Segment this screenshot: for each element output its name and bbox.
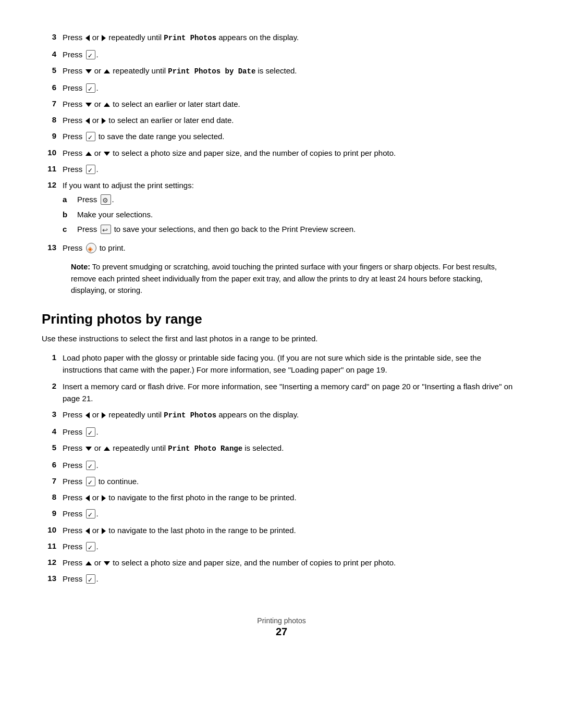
s2-step-1: 1 Load photo paper with the glossy or pr… bbox=[42, 352, 521, 376]
sub-label-b: b bbox=[63, 208, 77, 220]
note-box: Note: To prevent smudging or scratching,… bbox=[69, 261, 511, 296]
s2-step-num-12: 12 bbox=[42, 557, 63, 569]
check-icon bbox=[86, 477, 95, 486]
sub-content-b: Make your selections. bbox=[77, 208, 153, 220]
section2-heading: Printing photos by range bbox=[42, 311, 521, 327]
s2-step-num-1: 1 bbox=[42, 352, 63, 364]
back-icon bbox=[101, 225, 111, 234]
check-icon bbox=[86, 132, 95, 141]
right-arrow-icon bbox=[102, 495, 106, 501]
s2-step-11: 11 Press . bbox=[42, 540, 521, 552]
up-arrow-icon bbox=[104, 103, 110, 107]
sub-label-a: a bbox=[63, 193, 77, 205]
s2-step-num-3: 3 bbox=[42, 409, 63, 421]
step-5: 5 Press or repeatedly until Print Photos… bbox=[42, 65, 521, 78]
left-arrow-icon bbox=[85, 412, 90, 418]
step-content-10: Press or to select a photo size and pape… bbox=[63, 147, 521, 159]
step-content-5: Press or repeatedly until Print Photos b… bbox=[63, 65, 521, 78]
sub-content-a: Press . bbox=[77, 193, 114, 205]
step-num-13: 13 bbox=[42, 242, 63, 254]
check-icon bbox=[86, 50, 95, 59]
step-3: 3 Press or repeatedly until Print Photos… bbox=[42, 31, 521, 44]
note-text: To prevent smudging or scratching, avoid… bbox=[71, 263, 497, 294]
s2-step-10: 10 Press or to navigate to the last phot… bbox=[42, 524, 521, 536]
step-content-8: Press or to select an earlier or later e… bbox=[63, 114, 521, 126]
section2-steps: 1 Load photo paper with the glossy or pr… bbox=[42, 352, 521, 585]
sub-label-c: c bbox=[63, 223, 77, 235]
step-7: 7 Press or to select an earlier or later… bbox=[42, 98, 521, 110]
s2-step-content-2: Insert a memory card or flash drive. For… bbox=[63, 380, 521, 405]
s2-step-content-9: Press . bbox=[63, 508, 521, 520]
s2-step-9: 9 Press . bbox=[42, 508, 521, 520]
s2-step-num-9: 9 bbox=[42, 508, 63, 520]
step-12: 12 If you want to adjust the print setti… bbox=[42, 179, 521, 238]
step-num-7: 7 bbox=[42, 98, 63, 110]
step-9: 9 Press to save the date range you selec… bbox=[42, 130, 521, 142]
up-arrow-icon bbox=[104, 69, 110, 73]
step-12-subs: a Press . b Make your selections. c Pres… bbox=[63, 193, 521, 235]
step-8: 8 Press or to select an earlier or later… bbox=[42, 114, 521, 126]
right-arrow-icon bbox=[102, 118, 106, 124]
right-arrow-icon bbox=[102, 35, 106, 41]
step-13: 13 Press to print. bbox=[42, 242, 521, 254]
s2-step-content-10: Press or to navigate to the last photo i… bbox=[63, 524, 521, 536]
step-num-5: 5 bbox=[42, 65, 63, 77]
sub-content-c: Press to save your selections, and then … bbox=[77, 223, 356, 235]
step-num-3: 3 bbox=[42, 31, 63, 43]
step-content-11: Press . bbox=[63, 163, 521, 175]
s2-step-content-13: Press . bbox=[63, 573, 521, 585]
step-6: 6 Press . bbox=[42, 82, 521, 94]
step-11: 11 Press . bbox=[42, 163, 521, 175]
step-content-9: Press to save the date range you selecte… bbox=[63, 130, 521, 142]
right-arrow-icon bbox=[102, 412, 106, 418]
check-icon bbox=[86, 542, 95, 551]
step-4: 4 Press . bbox=[42, 48, 521, 60]
step-content-6: Press . bbox=[63, 82, 521, 94]
s2-step-content-7: Press to continue. bbox=[63, 475, 521, 487]
check-icon bbox=[86, 509, 95, 519]
s2-step-2: 2 Insert a memory card or flash drive. F… bbox=[42, 380, 521, 405]
s2-step-content-6: Press . bbox=[63, 459, 521, 471]
check-icon bbox=[86, 427, 95, 437]
down-arrow-icon bbox=[104, 152, 110, 156]
left-arrow-icon bbox=[85, 35, 90, 41]
step-num-6: 6 bbox=[42, 82, 63, 94]
s2-step-content-12: Press or to select a photo size and pape… bbox=[63, 557, 521, 569]
section1-steps: 3 Press or repeatedly until Print Photos… bbox=[42, 31, 521, 254]
s2-step-num-13: 13 bbox=[42, 573, 63, 585]
check-icon bbox=[86, 165, 95, 174]
s2-step-num-2: 2 bbox=[42, 380, 63, 392]
s2-step-5: 5 Press or repeatedly until Print Photo … bbox=[42, 442, 521, 455]
s2-step-content-5: Press or repeatedly until Print Photo Ra… bbox=[63, 442, 521, 455]
s2-step-4: 4 Press . bbox=[42, 426, 521, 438]
print-icon bbox=[86, 243, 96, 253]
step-num-10: 10 bbox=[42, 147, 63, 159]
s2-step-num-5: 5 bbox=[42, 442, 63, 454]
step-num-12: 12 bbox=[42, 179, 63, 191]
check-icon bbox=[86, 461, 95, 470]
right-arrow-icon bbox=[102, 528, 106, 534]
check-icon bbox=[86, 574, 95, 584]
step-content-13: Press to print. bbox=[63, 242, 521, 254]
check-icon bbox=[86, 83, 95, 93]
footer: Printing photos 27 bbox=[42, 616, 521, 638]
s2-step-num-10: 10 bbox=[42, 524, 63, 536]
left-arrow-icon bbox=[85, 118, 90, 124]
left-arrow-icon bbox=[85, 528, 90, 534]
step-12b: b Make your selections. bbox=[63, 208, 521, 220]
step-num-9: 9 bbox=[42, 130, 63, 142]
left-arrow-icon bbox=[85, 495, 90, 501]
down-arrow-icon bbox=[85, 103, 92, 107]
step-content-4: Press . bbox=[63, 48, 521, 60]
s2-step-13: 13 Press . bbox=[42, 573, 521, 585]
step-num-4: 4 bbox=[42, 48, 63, 60]
s2-step-content-8: Press or to navigate to the first photo … bbox=[63, 491, 521, 503]
up-arrow-icon bbox=[85, 152, 92, 156]
footer-text: Printing photos bbox=[42, 616, 521, 625]
footer-page: 27 bbox=[42, 626, 521, 638]
s2-step-content-1: Load photo paper with the glossy or prin… bbox=[63, 352, 521, 376]
step-12a: a Press . bbox=[63, 193, 521, 205]
settings-icon bbox=[101, 194, 111, 205]
up-arrow-icon bbox=[85, 561, 92, 565]
step-content-12: If you want to adjust the print settings… bbox=[63, 179, 521, 238]
